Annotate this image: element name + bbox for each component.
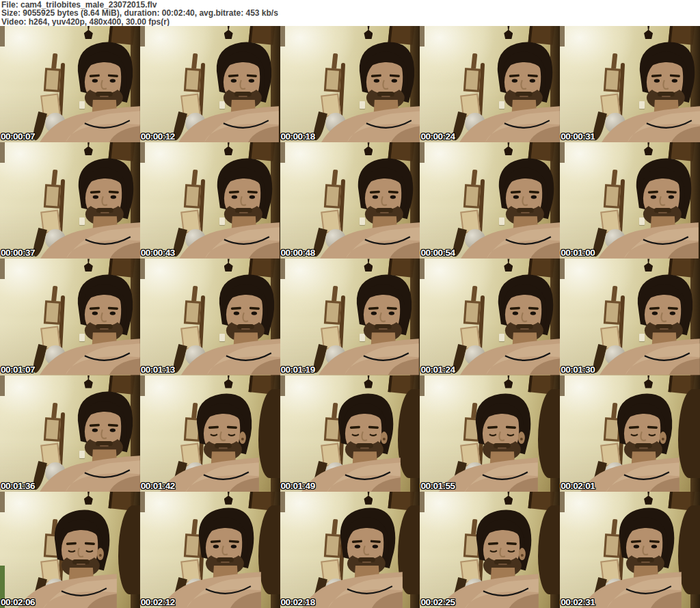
cheeks (487, 545, 518, 561)
thumbnail-frame: 00:01:55 (420, 375, 560, 492)
mustache (658, 92, 675, 96)
person-silhouette (560, 492, 700, 608)
ear (660, 432, 667, 444)
mouth (219, 447, 228, 449)
person (602, 42, 700, 143)
mustache (375, 208, 392, 213)
mouth (498, 447, 507, 449)
person-silhouette (560, 259, 700, 375)
mustache (635, 443, 652, 448)
person-silhouette (0, 142, 140, 259)
mustache (377, 92, 394, 96)
person (40, 159, 140, 259)
person (579, 393, 679, 492)
timestamp-overlay: 00:02:25 (420, 597, 455, 607)
thumbnail-frame: 00:01:36 (0, 375, 140, 492)
mouth (100, 212, 109, 213)
mustache (517, 208, 534, 213)
person-silhouette (140, 142, 280, 259)
thumbnail-frame: 00:00:07 (0, 26, 140, 142)
person (179, 159, 280, 259)
person-silhouette (560, 375, 700, 492)
timestamp-overlay: 00:01:13 (141, 365, 175, 375)
person (461, 159, 560, 259)
mouth (658, 212, 667, 213)
mouth (639, 447, 648, 449)
ear (519, 548, 526, 560)
mustache (494, 443, 511, 448)
person (460, 275, 560, 375)
timestamp-overlay: 00:00:43 (141, 248, 175, 258)
person-silhouette (140, 492, 280, 608)
mustache (96, 325, 113, 330)
thumbnail-frame: 00:01:19 (280, 259, 420, 375)
ear (239, 432, 246, 444)
mustache (235, 208, 252, 213)
thumbnail-frame: 00:01:07 (0, 259, 140, 375)
thumbnail-frame: 00:00:48 (280, 142, 420, 259)
mustache (96, 92, 113, 96)
person (40, 391, 140, 492)
person (600, 275, 700, 375)
mustache (215, 443, 232, 448)
timestamp-overlay: 00:00:18 (281, 131, 315, 142)
person-silhouette (420, 142, 560, 259)
timestamp-overlay: 00:01:00 (561, 248, 595, 258)
mustache (96, 208, 113, 213)
thumbnail-frame: 00:02:12 (140, 492, 280, 608)
person (161, 507, 261, 608)
thumbnail-frame: 00:02:31 (560, 492, 700, 608)
person (178, 42, 279, 143)
mouth (100, 96, 109, 97)
mustache (494, 559, 511, 564)
thumbnail-frame: 00:00:24 (420, 26, 560, 142)
mustache (217, 557, 234, 562)
timestamp-overlay: 00:01:36 (1, 481, 35, 491)
timestamp-overlay: 00:00:24 (420, 131, 455, 142)
thumbnail-frame: 00:00:12 (140, 26, 280, 142)
thumbnail-frame: 00:01:42 (140, 375, 280, 492)
person (181, 275, 280, 375)
timestamp-overlay: 00:02:18 (281, 597, 315, 607)
thumbnail-frame: 00:00:54 (420, 142, 560, 259)
thumbnail-frame: 00:00:37 (0, 142, 140, 259)
cheeks (207, 429, 239, 445)
mouth (77, 564, 85, 565)
mouth (520, 96, 528, 97)
thumbnail-frame: 00:00:43 (140, 142, 280, 259)
person-silhouette (560, 26, 700, 142)
timestamp-overlay: 00:02:12 (141, 597, 175, 607)
thumbnail-frame: 00:01:13 (140, 259, 280, 375)
timestamp-overlay: 00:01:07 (1, 365, 35, 375)
cheeks (348, 429, 379, 445)
mouth (239, 212, 248, 213)
cheeks (628, 429, 659, 445)
timestamp-overlay: 00:01:55 (420, 481, 455, 491)
mouth (520, 329, 529, 330)
person (438, 393, 538, 492)
mouth (241, 329, 250, 330)
ear (97, 548, 104, 560)
thumbnail-frame: 00:02:18 (280, 492, 420, 608)
thumbnail-frame: 00:01:24 (420, 259, 560, 375)
person (159, 393, 259, 492)
person-silhouette (0, 492, 140, 608)
timestamp-overlay: 00:00:12 (141, 131, 175, 142)
timestamp-overlay: 00:00:31 (561, 131, 595, 142)
ear (380, 432, 387, 444)
person (40, 275, 140, 375)
person-silhouette (140, 26, 280, 142)
person-silhouette (0, 375, 140, 492)
person (321, 42, 420, 143)
timestamp-overlay: 00:01:19 (281, 365, 315, 375)
person (302, 507, 403, 608)
mouth (362, 561, 371, 563)
mustache (355, 443, 373, 448)
mustache (234, 92, 252, 96)
timestamp-overlay: 00:02:01 (561, 481, 595, 491)
thumbnail-frame: 00:01:49 (280, 375, 420, 492)
timestamp-overlay: 00:01:30 (561, 365, 595, 375)
thumbnail-frame: 00:00:31 (560, 26, 700, 142)
mustache (96, 441, 113, 446)
person (320, 159, 420, 259)
